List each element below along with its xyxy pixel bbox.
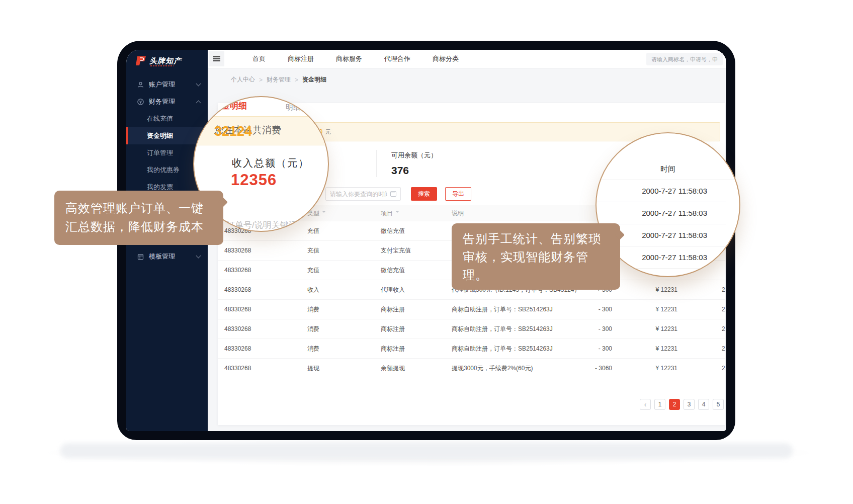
breadcrumb-segment-1[interactable]: 财务管理 [267, 75, 291, 84]
table-row-6: 48330268消费商标注册商标自助注册，订单号：SB2514263J- 300… [218, 339, 725, 359]
cell-order: 48330268 [224, 359, 251, 378]
pagination: ‹ 12345 [640, 399, 724, 410]
cell-time: 2000-7-27 11:58:03 [722, 359, 725, 378]
sidebar-item-label: 模板管理 [149, 252, 175, 261]
template-icon [137, 253, 144, 261]
cell-order: 48330268 [224, 300, 251, 319]
cell-type: 充值 [307, 261, 319, 280]
date-input[interactable] [325, 187, 401, 201]
chevron-down-icon [196, 254, 201, 259]
cell-project: 支付宝充值 [381, 241, 411, 261]
page-button-3[interactable]: 3 [684, 399, 695, 410]
magnified-stat-label: 收入总额（元） [232, 156, 309, 170]
export-button[interactable]: 导出 [445, 187, 471, 201]
user-icon [137, 81, 144, 89]
callout-left: 高效管理账户订单、一键汇总数据，降低财务成本 [54, 191, 223, 245]
cell-project: 商标注册 [381, 319, 405, 339]
cell-order: 48330268 [224, 319, 251, 339]
cell-project: 微信充值 [381, 221, 405, 241]
top-navigation: 首页商标注册商标服务代理合作商标分类 [208, 50, 726, 68]
magnified-stat-value: 12356 [231, 171, 277, 189]
cell-amount: - 3060 [565, 359, 612, 378]
cell-type: 消费 [307, 339, 319, 359]
cell-balance: ¥ 12231 [640, 300, 677, 319]
cell-project: 微信充值 [381, 261, 405, 280]
topnav-item-1[interactable]: 商标注册 [288, 54, 314, 63]
cell-amount: - 300 [565, 339, 612, 359]
chevron-down-icon [196, 81, 201, 87]
prev-page-button[interactable]: ‹ [640, 399, 651, 410]
page-button-4[interactable]: 4 [698, 399, 709, 410]
cell-balance: ¥ 12231 [640, 280, 677, 300]
sidebar-section-2: 模板管理 [126, 248, 208, 265]
page-button-1[interactable]: 1 [654, 399, 665, 410]
calendar-icon[interactable] [390, 191, 396, 197]
cell-desc: 商标自助注册，订单号：SB2514263J [452, 300, 553, 319]
cell-amount: - 300 [565, 319, 612, 339]
table-row-5: 48330268消费商标注册商标自助注册，订单号：SB2514263J- 300… [218, 319, 725, 339]
breadcrumb-segment-0[interactable]: 个人中心 [231, 75, 255, 84]
breadcrumb-separator: > [295, 76, 298, 83]
cell-project: 代理收入 [381, 280, 405, 300]
sidebar-subitem-1[interactable]: 资金明细 [126, 127, 208, 144]
table-row-4: 48330268消费商标注册商标自助注册，订单号：SB2514263J- 300… [218, 300, 725, 319]
callout-right: 告别手工统计、告别繁琐审核，实现智能财务管理。 [452, 223, 620, 290]
brand-logo-icon [136, 56, 146, 65]
cell-type: 充值 [307, 221, 319, 241]
topnav-links: 首页商标注册商标服务代理合作商标分类 [252, 54, 459, 63]
trademark-search-input[interactable] [646, 53, 723, 65]
page-button-2[interactable]: 2 [669, 399, 680, 410]
banner-unit: 元 [325, 128, 331, 136]
stat-value: 376 [391, 164, 437, 177]
table-header-3: 说明 [452, 205, 464, 221]
cell-time: 2000-7-27 11:58:03 [722, 300, 725, 319]
cell-time: 2000-7-27 11:58:03 [722, 339, 725, 359]
cell-type: 收入 [307, 280, 319, 300]
cell-type: 消费 [307, 300, 319, 319]
cell-project: 余额提现 [381, 359, 405, 378]
sidebar-section-0: 账户管理 [126, 76, 208, 93]
cell-order: 48330268 [224, 280, 251, 300]
laptop-base [60, 443, 793, 458]
logo-tagline-decoration [150, 65, 174, 66]
cell-project: 商标注册 [381, 339, 405, 359]
magnified-time-row-0: 2000-7-27 11:58:03 [596, 180, 726, 202]
sidebar-subitem-0[interactable]: 在线充值 [126, 110, 208, 127]
stat-2: 可用余额（元）376 [391, 151, 437, 177]
sidebar-item-1[interactable]: 财务管理 [126, 93, 208, 110]
cell-project: 商标注册 [381, 300, 405, 319]
sidebar-item-0[interactable]: 账户管理 [126, 76, 208, 93]
magnified-banner-amount: 32124 [214, 124, 252, 139]
sort-caret-icon [395, 211, 399, 215]
table-row-7: 48330268提现余额提现提现3000元，手续费2%(60元)- 3060¥ … [218, 359, 725, 378]
page-button-5[interactable]: 5 [713, 399, 724, 410]
sidebar-item-2[interactable]: 模板管理 [126, 248, 208, 265]
breadcrumb-segment-2[interactable]: 资金明细 [302, 75, 326, 84]
cell-desc: 商标自助注册，订单号：SB2514263J [452, 339, 553, 359]
sidebar-item-label: 财务管理 [149, 97, 175, 106]
menu-toggle-button[interactable] [209, 51, 224, 66]
table-header-2[interactable]: 项目 [381, 205, 399, 221]
hamburger-icon [213, 56, 220, 61]
sort-caret-icon [322, 211, 326, 215]
topnav-item-3[interactable]: 代理合作 [384, 54, 410, 63]
sidebar-item-label: 账户管理 [149, 80, 175, 89]
cell-order: 48330268 [224, 261, 251, 280]
cell-desc: 商标自助注册，订单号：SB2514263J [452, 319, 553, 339]
cell-type: 消费 [307, 319, 319, 339]
search-button[interactable]: 搜索 [411, 187, 437, 201]
brand-logo[interactable]: 头牌知产 [126, 50, 208, 72]
cell-amount: - 300 [565, 300, 612, 319]
finance-icon [137, 98, 144, 106]
cell-balance: ¥ 12231 [640, 339, 677, 359]
topnav-item-0[interactable]: 首页 [252, 54, 266, 63]
cell-order: 48330268 [224, 339, 251, 359]
cell-balance: ¥ 12231 [640, 359, 677, 378]
cell-time: 2000-7-27 11:58:03 [722, 280, 725, 300]
breadcrumb: 个人中心>财务管理>资金明细 [231, 75, 326, 84]
topnav-item-2[interactable]: 商标服务 [336, 54, 362, 63]
cell-type: 充值 [307, 241, 319, 261]
topnav-item-4[interactable]: 商标分类 [433, 54, 459, 63]
cell-balance: ¥ 12231 [640, 319, 677, 339]
cell-desc: 提现3000元，手续费2%(60元) [452, 359, 533, 378]
